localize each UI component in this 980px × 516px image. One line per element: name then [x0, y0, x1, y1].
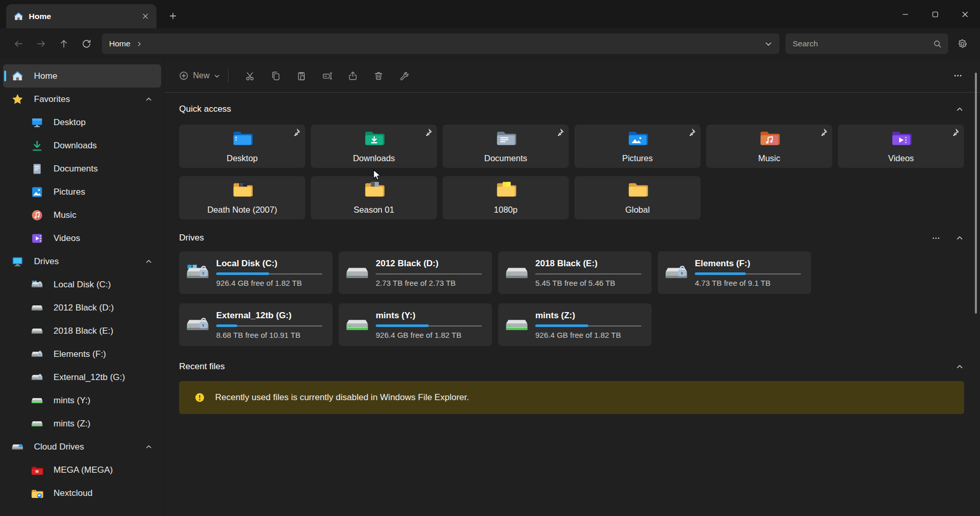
address-bar[interactable]: Home	[102, 33, 779, 54]
recent-files-collapse-button[interactable]	[955, 363, 964, 370]
rename-button[interactable]	[314, 65, 340, 86]
sidebar-item[interactable]: Pictures	[3, 180, 161, 203]
sidebar-item[interactable]: External_12tb (G:)	[3, 366, 161, 389]
quick-access-tile[interactable]: Season 01	[311, 176, 437, 219]
quick-access-tile[interactable]: Desktop	[179, 125, 305, 168]
more-icon	[932, 234, 940, 243]
tools-button[interactable]	[391, 65, 417, 86]
warning-message: Recently used files is currently disable…	[215, 392, 469, 403]
svg-text:M: M	[36, 470, 39, 474]
drive-tile[interactable]: mints (Z:) 926.4 GB free of 1.82 TB	[498, 303, 652, 346]
sidebar-item[interactable]: Music	[3, 203, 161, 227]
sidebar-item[interactable]: mints (Y:)	[3, 389, 161, 412]
refresh-button[interactable]	[75, 33, 98, 54]
sidebar-item[interactable]: mints (Z:)	[3, 412, 161, 435]
chevron-up-icon[interactable]	[146, 259, 152, 265]
chevron-down-icon	[214, 73, 220, 79]
sidebar-item[interactable]: Documents	[3, 157, 161, 180]
sidebar-item[interactable]: Videos	[3, 227, 161, 250]
folder-icon	[891, 129, 912, 146]
sidebar-item-label: Videos	[54, 233, 80, 244]
drives-collapse-button[interactable]	[955, 234, 964, 242]
window-controls	[890, 0, 980, 28]
quick-access-tile[interactable]: Downloads	[311, 125, 437, 168]
drive-tile[interactable]: Elements (F:) 4.73 TB free of 9.1 TB	[658, 251, 811, 294]
drive-free-space: 926.4 GB free of 1.82 TB	[376, 331, 482, 339]
sidebar-item[interactable]: Nextcloud	[3, 481, 161, 505]
search-box[interactable]	[785, 33, 948, 54]
quick-access-tile[interactable]: Music	[706, 125, 832, 168]
new-tab-button[interactable]	[164, 7, 182, 25]
drive-tile[interactable]: mints (Y:) 926.4 GB free of 1.82 TB	[339, 303, 492, 346]
sidebar-item[interactable]: Cloud Drives	[3, 435, 161, 458]
drive-name: mints (Z:)	[535, 311, 641, 321]
sidebar-item[interactable]: Downloads	[3, 134, 161, 157]
chevron-up-icon[interactable]	[146, 96, 152, 102]
quick-access-tile[interactable]: Pictures	[574, 125, 701, 168]
forward-button[interactable]	[30, 33, 52, 54]
close-window-button[interactable]	[950, 0, 980, 28]
sidebar-item[interactable]: M MEGA (MEGA)	[3, 458, 161, 481]
paste-icon	[296, 71, 307, 81]
folder-icon	[364, 129, 384, 146]
title-bar: Home	[0, 0, 980, 28]
search-input[interactable]	[793, 39, 933, 48]
breadcrumb[interactable]: Home	[109, 39, 130, 48]
maximize-button[interactable]	[920, 0, 950, 28]
quick-access-tile-label: Death Note (2007)	[179, 205, 305, 215]
cut-button[interactable]	[237, 65, 262, 86]
folder-icon	[627, 129, 648, 146]
up-button[interactable]	[52, 33, 75, 54]
drive-usage-bar	[535, 272, 641, 276]
usage-fill	[535, 324, 588, 328]
sidebar-item[interactable]: Home	[3, 64, 161, 88]
drive-icon	[185, 316, 210, 334]
tab-home[interactable]: Home	[6, 4, 156, 28]
quick-access-tile[interactable]: 1080p	[443, 176, 569, 219]
new-button[interactable]: New	[179, 71, 220, 80]
drive-name: mints (Y:)	[376, 311, 482, 321]
copy-button[interactable]	[262, 65, 288, 86]
chevron-right-icon[interactable]	[136, 41, 142, 47]
sidebar-item[interactable]: Local Disk (C:)	[3, 273, 161, 296]
quick-access-tile[interactable]: Videos	[838, 125, 964, 168]
drive-free-space: 926.4 GB free of 1.82 TB	[535, 331, 641, 339]
search-icon[interactable]	[933, 40, 942, 48]
sidebar-item[interactable]: Favorites	[3, 88, 161, 111]
sidebar-item[interactable]: Elements (F:)	[3, 342, 161, 366]
settings-button[interactable]	[952, 33, 973, 54]
drive-usage-bar	[376, 272, 482, 276]
quick-access-tile[interactable]: Death Note (2007)	[179, 176, 305, 219]
delete-button[interactable]	[365, 65, 391, 86]
chevron-up-icon[interactable]	[146, 444, 152, 450]
sidebar-item[interactable]: Drives	[3, 250, 161, 273]
paste-button[interactable]	[288, 65, 314, 86]
drive-usage-bar	[216, 324, 322, 328]
drive-tile[interactable]: Local Disk (C:) 926.4 GB free of 1.82 TB	[179, 251, 332, 294]
sidebar-item[interactable]: Desktop	[3, 111, 161, 134]
sidebar-item[interactable]: 2018 Black (E:)	[3, 319, 161, 342]
drives-see-more-button[interactable]	[931, 234, 940, 242]
tab-close-button[interactable]	[138, 9, 152, 24]
sidebar-item-icon	[31, 163, 43, 175]
back-button[interactable]	[7, 33, 30, 54]
toolbar-see-more-button[interactable]	[948, 65, 968, 86]
quick-access-tile[interactable]: Global	[574, 176, 701, 219]
sidebar-item[interactable]: 2012 Black (D:)	[3, 296, 161, 319]
quick-access-tile[interactable]: Documents	[443, 125, 569, 168]
sidebar-scrollbar[interactable]	[975, 73, 977, 314]
drive-tile[interactable]: 2012 Black (D:) 2.73 TB free of 2.73 TB	[339, 251, 492, 294]
rename-icon	[322, 71, 332, 81]
sidebar: Home Favorites Desktop Downloads Documen…	[0, 59, 164, 516]
drive-tile[interactable]: 2018 Black (E:) 5.45 TB free of 5.46 TB	[498, 251, 652, 294]
drive-tile[interactable]: External_12tb (G:) 8.68 TB free of 10.91…	[179, 303, 332, 346]
quick-access-title: Quick access	[179, 104, 231, 114]
address-dropdown-icon[interactable]	[765, 40, 772, 47]
minimize-button[interactable]	[890, 0, 920, 28]
sidebar-item-label: Documents	[54, 164, 98, 174]
share-button[interactable]	[340, 65, 365, 86]
sidebar-item-icon	[31, 209, 43, 221]
quick-access-collapse-button[interactable]	[955, 106, 964, 113]
refresh-icon	[81, 39, 92, 49]
recent-files-title: Recent files	[179, 362, 225, 372]
